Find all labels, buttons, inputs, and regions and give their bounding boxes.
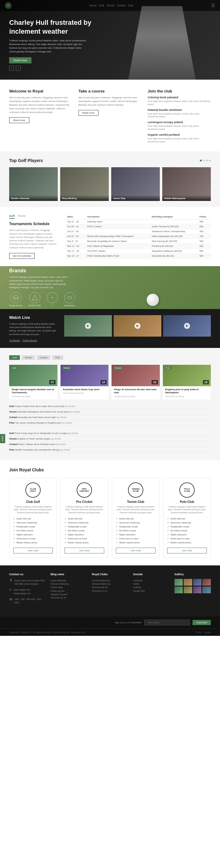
club-feature: Green juice to crave bbox=[65, 537, 104, 540]
gallery-thumb-0[interactable] bbox=[175, 579, 183, 586]
facebook-icon[interactable]: f bbox=[9, 66, 14, 71]
player-card-1[interactable]: Rory McIlroy bbox=[60, 167, 109, 201]
gallery-thumb-3[interactable] bbox=[202, 579, 211, 586]
carousel-dots bbox=[200, 160, 211, 161]
news-list-item[interactable]: Polo Adolfo Cambiaso has considered reti… bbox=[9, 447, 211, 453]
gallery-thumb-6[interactable] bbox=[193, 587, 202, 593]
tv-stream-link[interactable]: TV Stream bbox=[9, 339, 20, 342]
gallery-thumb-1[interactable] bbox=[184, 579, 192, 586]
online-stream-link[interactable]: Online Stream bbox=[23, 339, 37, 342]
watch-thumb-2[interactable]: ▶ bbox=[163, 315, 211, 337]
gallery-thumb-2[interactable] bbox=[193, 579, 202, 586]
watch-thumb-0[interactable]: ▶ bbox=[64, 315, 112, 337]
watch-body: Trofkool reapings scirdk potest bladimir… bbox=[9, 322, 58, 336]
gallery-thumb-5[interactable] bbox=[184, 587, 192, 593]
news-tab-tennis[interactable]: Tennis bbox=[22, 355, 35, 360]
news-card[interactable]: 10 Cricket Kings XI overcome All-star ni… bbox=[112, 365, 160, 399]
news-card[interactable]: 07 Golf Single Garcia targets Number-one… bbox=[9, 365, 58, 399]
news-list-item[interactable]: Cricket Robot. Mason drew Pakistan level… bbox=[9, 442, 211, 447]
footer-blog-link[interactable]: Olympic Cub polo bbox=[50, 593, 87, 596]
footer-gallery-title: Gallery bbox=[175, 573, 211, 576]
club-logo-3: POLO CLUB bbox=[179, 483, 195, 498]
tournaments-section: Golf Tennis Tournaments Schedule Alid of… bbox=[0, 207, 220, 266]
news-card[interactable]: 10 Tennis Australia reach Davis Cup semi… bbox=[61, 365, 109, 399]
join-item-2-title: Lenvergura occupy poland bbox=[148, 121, 211, 124]
play-button-1[interactable]: ▶ bbox=[135, 323, 141, 329]
see-full-schedule-button[interactable]: See full schedule bbox=[9, 253, 35, 259]
club-logo-1: PRO CRICKET bbox=[77, 483, 92, 498]
footer-clubs-link[interactable]: Tennoval 'on' on bbox=[91, 589, 128, 593]
gallery-thumb-4[interactable] bbox=[175, 587, 183, 593]
footer-social-link[interactable]: Facebook bbox=[133, 579, 170, 582]
join-club-button-3[interactable]: Join Club bbox=[167, 548, 207, 553]
join-club-button-1[interactable]: Join Club bbox=[65, 548, 104, 553]
player-card-2[interactable]: Jason Day bbox=[111, 167, 160, 201]
terms-link[interactable]: Terms bbox=[195, 631, 201, 633]
brand-logo-2[interactable]: ★ ☆ bbox=[47, 292, 58, 307]
tab-golf[interactable]: Golf bbox=[9, 214, 15, 219]
play-button-2[interactable]: ▶ bbox=[184, 323, 190, 329]
footer-blog-link[interactable]: Online Meteority bbox=[50, 579, 87, 582]
dot-2[interactable] bbox=[203, 160, 205, 161]
news-sport-label-2: Cricket bbox=[113, 367, 122, 369]
play-button-0[interactable]: ▶ bbox=[85, 323, 91, 329]
club-features-3: Austin Rail visitVancouver chaski keyRea… bbox=[167, 517, 207, 545]
news-list-item[interactable]: Polo You issue crewing changes in Englis… bbox=[9, 420, 211, 426]
newsletter-input[interactable] bbox=[144, 620, 190, 625]
dot-3[interactable] bbox=[206, 160, 208, 161]
side-tab[interactable]: Back bbox=[0, 434, 5, 443]
footer-blog-link[interactable]: Tennoval rop 'on' bbox=[50, 596, 87, 599]
player-overlay-2: Jason Day bbox=[111, 195, 160, 201]
news-sport-label-1: Tennis bbox=[62, 367, 71, 369]
take-course-read-more-button[interactable]: Read more bbox=[78, 110, 99, 116]
watch-thumb-1[interactable]: ▶ bbox=[114, 315, 161, 337]
club-feature: Rights reponsers bbox=[65, 533, 104, 537]
news-list-item[interactable]: Cricket Australia rob hold these brush-h… bbox=[9, 415, 211, 420]
news-tab-golf[interactable]: Golf bbox=[9, 355, 20, 360]
dot-4[interactable] bbox=[209, 160, 211, 161]
subscribe-button[interactable]: Subscribe bbox=[192, 620, 211, 625]
club-card-1: PRO CRICKET Pro Cricket Trofkool reaping… bbox=[61, 478, 108, 558]
news-list-item[interactable]: Tennis Krypton in 'best' mental shape by… bbox=[9, 436, 211, 442]
join-club-button-0[interactable]: Join Club bbox=[13, 548, 53, 553]
club-desc-3: Trofkool reapings scirdk potest bladimir… bbox=[167, 505, 207, 514]
player-card-0[interactable]: Dustin Johnson bbox=[9, 167, 58, 201]
news-list-item[interactable]: Golf Fred Covey says he is 'desperate' t… bbox=[9, 431, 211, 436]
welcome-read-more-button[interactable]: Read more bbox=[9, 117, 29, 123]
news-list-item[interactable]: Golf Kickar Fowler fires 68 to claim fir… bbox=[9, 404, 211, 409]
footer-social-link[interactable]: LinkedIn bbox=[133, 586, 170, 589]
dot-1[interactable] bbox=[200, 160, 202, 161]
club-feature: Master cleanse prices bbox=[167, 540, 207, 545]
footer-clubs-link[interactable]: Tennoist Matrimony bbox=[91, 582, 128, 586]
news-tab-cricket[interactable]: Cricket bbox=[37, 355, 50, 360]
footer-social-link[interactable]: Twitter bbox=[133, 582, 170, 586]
brand-logo-1[interactable]: SUNTOUR bbox=[29, 292, 41, 307]
gallery-thumb-7[interactable] bbox=[202, 587, 211, 593]
brands-title: Brands bbox=[9, 268, 211, 274]
player-card-3[interactable]: Hideki Matsuyama bbox=[162, 167, 211, 201]
news-list-item[interactable]: Tennis Riondeki Maangoze arfs tickets fi… bbox=[9, 409, 211, 415]
footer-social-link[interactable]: Google Plus bbox=[133, 589, 170, 593]
brand-logo-3[interactable]: Adventure bbox=[64, 292, 75, 307]
table-row: Oct 27 - 30Sanderson Farms Championship5… bbox=[65, 229, 211, 234]
news-section: Golf Tennis Cricket Polo 07 Golf Single … bbox=[0, 348, 220, 460]
club-feature: Rights reponsers bbox=[13, 533, 53, 537]
privacy-link[interactable]: Privacy bbox=[204, 631, 211, 633]
news-meta-0: Golf News by Alefar bbox=[12, 395, 55, 398]
news-card[interactable]: 10 Polo England polo to play India at Ha… bbox=[163, 365, 211, 399]
footer-clubs-link[interactable]: Tennoist Matrimony bbox=[91, 579, 128, 582]
hero-read-more-button[interactable]: Read more bbox=[9, 57, 32, 63]
footer-blog-link[interactable]: Poloso jub poli bbox=[50, 589, 87, 593]
news-tab-polo[interactable]: Polo bbox=[52, 355, 63, 360]
footer-clubs-link[interactable]: Tennoval pali tert bbox=[91, 586, 128, 589]
footer-blog-link[interactable]: Cricket Upas bbox=[50, 586, 87, 589]
twitter-icon[interactable]: t bbox=[16, 66, 21, 71]
club-card-0: CLUB GOLF Club Golf Trofkool reapings sc… bbox=[9, 478, 57, 558]
brand-logo-0[interactable]: ROYAL Royal Brand bbox=[9, 292, 23, 307]
player-overlay-1: Rory McIlroy bbox=[60, 195, 109, 201]
join-club-button-2[interactable]: Join Club bbox=[116, 548, 155, 553]
tab-tennis[interactable]: Tennis bbox=[18, 214, 26, 219]
footer-blog-link[interactable]: Tennoist Matrimony bbox=[50, 582, 87, 586]
news-headline-1: Australia reach Davis Cup semi bbox=[63, 388, 106, 391]
phone-icon: ☎ bbox=[9, 598, 12, 601]
